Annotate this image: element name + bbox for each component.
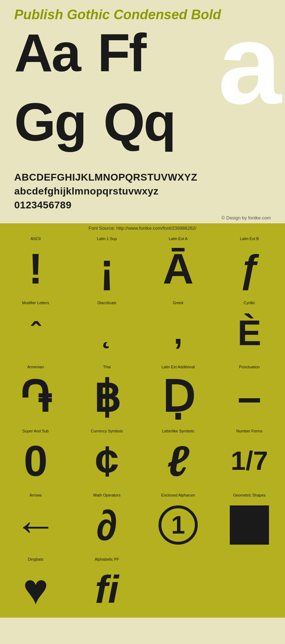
glyph-geometric <box>230 499 269 551</box>
glyph-arrows: ← <box>14 499 57 551</box>
cell-empty-1 <box>142 554 214 618</box>
cell-armenian: Armenian ֏ <box>0 361 71 425</box>
digit-alphabet: 0123456789 <box>14 198 271 212</box>
label-geometric: Geometric Shapes <box>233 493 265 497</box>
cell-super-sub: Super And Sub 0 <box>0 425 71 489</box>
cell-latin-ext-additional: Latin Ext Additional Ḍ <box>142 361 214 425</box>
lowercase-alphabet: abcdefghijklmnopqrstuvwxyz <box>14 184 271 198</box>
label-armenian: Armenian <box>27 365 44 369</box>
glyph-diacriticals: ˛ <box>102 307 112 358</box>
glyph-latin-ext-a: Ā <box>163 243 194 294</box>
label-dingbats: Dingbats <box>28 557 43 561</box>
cell-greek: Greek , <box>142 297 214 361</box>
character-grid: ASCII ! Latin 1 Sup ¡ Latin Ext A Ā Lati… <box>0 233 285 618</box>
label-arrows: Arrows <box>30 493 42 497</box>
label-currency: Currency Symbols <box>91 429 123 433</box>
cell-cyrillic: Cyrillic È <box>214 297 285 361</box>
cell-alphabetic-pf: Alphabetic PF fi <box>71 554 142 618</box>
glyph-modifier: ˆ <box>31 307 41 358</box>
cell-dingbats: Dingbats ♥ <box>0 554 71 618</box>
cell-math-operators: Math Operators ∂ <box>71 489 142 554</box>
glyph-latin1sup: ¡ <box>100 243 114 294</box>
label-cyrillic: Cyrillic <box>244 301 255 305</box>
label-alphabetic-pf: Alphabetic PF <box>95 557 119 561</box>
cell-latin-ext-a: Latin Ext A Ā <box>142 233 214 297</box>
glyph-armenian: ֏ <box>20 371 51 422</box>
header-section: Publish Gothic Condensed Bold Aa Ff a Gg… <box>0 0 285 167</box>
cell-number-forms: Number Forms 1/7 <box>214 425 285 489</box>
filled-square <box>230 505 269 545</box>
glyph-cyrillic: È <box>238 307 261 358</box>
specimen-ff: Ff <box>98 26 145 101</box>
glyph-thai: ฿ <box>93 371 120 422</box>
cell-currency: Currency Symbols ¢ <box>71 425 142 489</box>
glyph-super-sub: 0 <box>24 435 48 487</box>
char-grid-section: ASCII ! Latin 1 Sup ¡ Latin Ext A Ā Lati… <box>0 233 285 618</box>
cell-empty-2 <box>214 554 285 618</box>
glyph-ascii: ! <box>28 243 43 294</box>
glyph-math-operators: ∂ <box>96 499 117 551</box>
alphabet-section: ABCDEFGHIJKLMNOPQRSTUVWXYZ abcdefghijklm… <box>0 167 285 212</box>
glyph-letterlike: ℓ <box>167 435 189 487</box>
specimen-aa: Aa <box>14 26 80 101</box>
label-enclosed: Enclosed Alpharum <box>161 493 195 497</box>
label-letterlike: Letterlike Symbols <box>162 429 194 433</box>
glyph-latin-ext-additional: Ḍ <box>162 371 195 422</box>
glyph-alphabetic-pf: fi <box>95 564 119 615</box>
cell-thai: Thai ฿ <box>71 361 142 425</box>
label-latin-ext-additional: Latin Ext Additional <box>161 365 195 369</box>
specimen-qq: Qq <box>103 95 175 163</box>
label-number-forms: Number Forms <box>236 429 262 433</box>
label-latin1sup: Latin 1 Sup <box>97 237 117 241</box>
glyph-number-forms: 1/7 <box>231 435 268 487</box>
label-diacriticals: Diacriticals <box>97 301 116 305</box>
circle-number: 1 <box>159 505 198 545</box>
cell-arrows: Arrows ← <box>0 489 71 554</box>
cell-ascii: ASCII ! <box>0 233 71 297</box>
label-ascii: ASCII <box>31 237 41 241</box>
cell-modifier: Modifier Letters ˆ <box>0 297 71 361</box>
label-math-operators: Math Operators <box>93 493 120 497</box>
label-modifier: Modifier Letters <box>22 301 49 305</box>
glyph-greek: , <box>173 307 182 358</box>
cell-diacriticals: Diacriticals ˛ <box>71 297 142 361</box>
copyright: © Design by fontke.com <box>0 212 285 223</box>
cell-latin1sup: Latin 1 Sup ¡ <box>71 233 142 297</box>
specimen-gg: Gg <box>14 95 86 163</box>
glyph-enclosed: 1 <box>159 499 198 551</box>
label-latin-ext-b: Latin Ext B <box>240 237 259 241</box>
cell-letterlike: Letterlike Symbols ℓ <box>142 425 214 489</box>
label-thai: Thai <box>103 365 110 369</box>
glyph-latin-ext-b: ƒ <box>238 243 260 294</box>
source-line: Font Source: http://www.fontke.com/font/… <box>0 223 285 233</box>
label-punctuation: Punctuation <box>239 365 260 369</box>
cell-latin-ext-b: Latin Ext B ƒ <box>214 233 285 297</box>
label-super-sub: Super And Sub <box>22 429 49 433</box>
cell-geometric: Geometric Shapes <box>214 489 285 554</box>
uppercase-alphabet: ABCDEFGHIJKLMNOPQRSTUVWXYZ <box>14 170 271 184</box>
glyph-dingbats: ♥ <box>23 564 48 615</box>
cell-enclosed: Enclosed Alpharum 1 <box>142 489 214 554</box>
cell-punctuation: Punctuation – <box>214 361 285 425</box>
glyph-currency: ¢ <box>95 435 119 487</box>
label-latin-ext-a: Latin Ext A <box>169 237 188 241</box>
label-greek: Greek <box>173 301 183 305</box>
glyph-punctuation: – <box>238 371 261 422</box>
